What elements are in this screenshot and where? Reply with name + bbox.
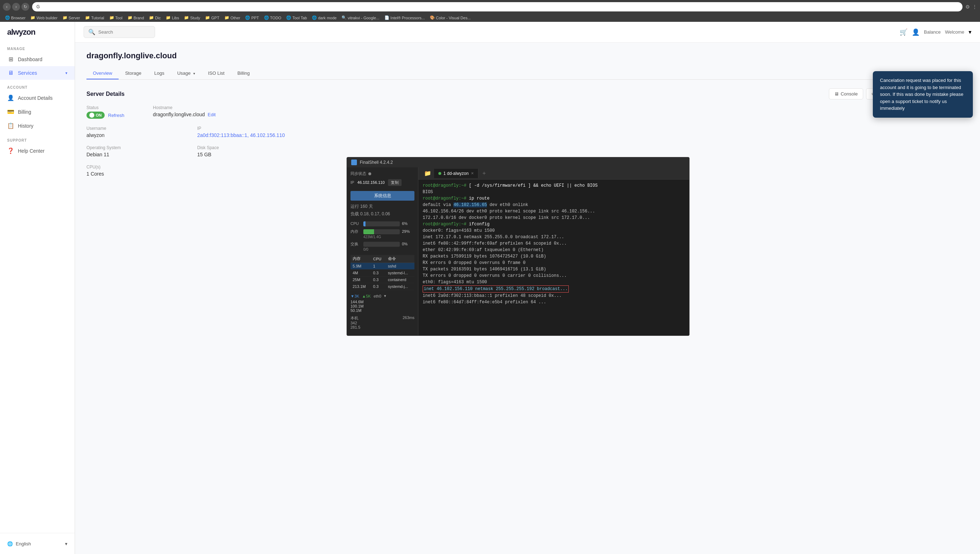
bookmark-gpt[interactable]: 📁 GPT (203, 15, 221, 21)
server-details-title: Server Details (86, 91, 125, 97)
tab-active-dot (438, 172, 441, 175)
uptime-field: 运行 160 天 (350, 203, 414, 209)
reload-button[interactable]: ↻ (21, 3, 29, 11)
terminal-line: docker0: flags=4163 mtu 1500 (423, 227, 685, 234)
dashboard-icon: ⊞ (7, 56, 14, 62)
bookmark-todo[interactable]: 🌐 TODO (262, 15, 284, 21)
server-nav-storage[interactable]: Storage (119, 68, 148, 80)
terminal-line: 172.17.0.0/16 dev docker0 proto kernel s… (423, 215, 685, 221)
sidebar-item-help[interactable]: ❓ Help Center (0, 144, 75, 158)
bookmark-server[interactable]: 📁 Server (60, 15, 82, 21)
net-up: ▲5K (362, 294, 371, 298)
forward-button[interactable]: › (12, 3, 20, 11)
disk-value: 15 GB (197, 152, 301, 157)
bookmark-study[interactable]: 📁 Study (182, 15, 202, 21)
fs-folder-icon[interactable]: 📁 (421, 168, 434, 178)
refresh-button[interactable]: Refresh (108, 113, 125, 118)
search-box[interactable]: 🔍 (84, 26, 155, 38)
tab-label: 1 dd-alwyzon (443, 171, 469, 176)
language-selector[interactable]: 🌐 English ▾ (0, 538, 75, 550)
bookmark-ppt[interactable]: 🌐 PPT (243, 15, 261, 21)
finalshell-window[interactable]: FinalShell 4.2.4.2 同步状态 IP 46.102.156 (347, 157, 689, 336)
logo-text: alwyzon (7, 27, 35, 37)
terminal-line: inet6 fe80::64d7:84ff:fe4e:e5b4 prefixle… (423, 299, 685, 305)
sidebar-item-dashboard[interactable]: ⊞ Dashboard (0, 52, 75, 66)
bookmark-tooltab[interactable]: 🌐 Tool Tab (284, 15, 309, 21)
user-icon[interactable]: 👤 (912, 28, 920, 36)
ip-field: IP 2a0d:f302:113:bbaa::1, 46.102.156.110 (197, 126, 301, 138)
terminal-line: BIOS (423, 189, 685, 195)
edit-link[interactable]: Edit (208, 112, 215, 117)
sidebar-item-account[interactable]: 👤 Account Details (0, 91, 75, 105)
back-button[interactable]: ‹ (3, 3, 11, 11)
cpus-field: CPU(s) 1 Cores (86, 164, 190, 177)
process-mem: 213.1M (350, 283, 371, 290)
search-input[interactable] (98, 29, 148, 35)
server-page: dragonfly.longlive.cloud Overview Storag… (75, 43, 980, 185)
bookmark-libs[interactable]: 📁 Libs (164, 15, 181, 21)
bookmark-other[interactable]: 📁 Other (222, 15, 243, 21)
process-mem: 4M (350, 270, 371, 276)
bookmark-intel[interactable]: 📄 Intel® Processors... (382, 15, 427, 21)
net-chevron-icon[interactable]: ▾ (384, 294, 386, 298)
bookmark-dic[interactable]: 📁 Dic (147, 15, 163, 21)
sync-indicator (368, 172, 371, 175)
header-chevron-icon[interactable]: ▾ (969, 29, 971, 35)
address-bar[interactable] (32, 2, 963, 11)
server-nav-billing[interactable]: Billing (231, 68, 256, 80)
table-row: 5.9M1sshd (350, 263, 414, 270)
sidebar-item-billing[interactable]: 💳 Billing (0, 105, 75, 119)
terminal-line: inet 172.17.0.1 netmask 255.255.0.0 broa… (423, 234, 685, 240)
chevron-icon: ▾ (65, 71, 67, 75)
server-nav-overview[interactable]: Overview (86, 68, 119, 80)
fs-tab-active[interactable]: 1 dd-alwyzon ✕ (434, 169, 478, 178)
terminal-line: TX errors 0 dropped 0 overruns 0 carrier… (423, 273, 685, 279)
ping-stats: 本机 263ms 342 281.5 (350, 315, 414, 329)
bookmark-browser[interactable]: 🌐 Browser (3, 15, 27, 21)
tab-close-icon[interactable]: ✕ (471, 171, 474, 175)
sysinfo-button[interactable]: 系统信息 (350, 191, 414, 201)
billing-icon: 💳 (7, 109, 14, 115)
console-button[interactable]: 🖥 Console (829, 88, 863, 99)
username-field: Username alwyzon (86, 126, 190, 138)
terminal-line: eth0: flags=4163 mtu 1500 (423, 279, 685, 286)
hostname-label: Hostname (153, 105, 216, 110)
process-table-container: 内存 CPU 命令 5.9M1sshd4M0.3systemd-l...25M0… (350, 255, 414, 290)
sidebar-item-services[interactable]: 🖥 Services ▾ (0, 66, 75, 80)
extensions-icon[interactable]: ⚙ (965, 4, 970, 10)
sidebar-label-billing: Billing (18, 109, 31, 115)
status-toggle[interactable]: ON (86, 112, 105, 119)
ping3: 281.5 (350, 325, 414, 329)
process-cpu: 0.3 (371, 283, 385, 290)
bookmark-tutorial[interactable]: 📁 Tutorial (83, 15, 106, 21)
mem-stat-label: 内存 (350, 229, 361, 234)
mem-detail: 423M/1.4G (363, 235, 414, 239)
process-cpu: 0.3 (371, 276, 385, 283)
bookmark-webbuilder[interactable]: 📁 Web builder (28, 15, 60, 21)
bookmark-tool[interactable]: 📁 Tool (107, 15, 125, 21)
status-field: Status ON Refresh (86, 105, 124, 119)
fs-tabs: 📁 1 dd-alwyzon ✕ ＋ (418, 168, 689, 180)
server-nav-usage[interactable]: Usage ▾ (171, 68, 202, 80)
os-label: Operating System (86, 145, 190, 150)
copy-ip-button[interactable]: 复制 (388, 179, 402, 186)
hostname-value: dragonfly.longlive.cloud (153, 112, 205, 117)
server-nav-isolist[interactable]: ISO List (202, 68, 231, 80)
cart-icon[interactable]: 🛒 (900, 28, 907, 36)
terminal-line: root@dragonfly:~# [ -d /sys/firmware/efi… (423, 182, 685, 189)
tab-add-button[interactable]: ＋ (478, 168, 490, 179)
sidebar-label-services: Services (18, 70, 37, 76)
browser-nav-buttons: ‹ › ↻ (3, 3, 29, 11)
bookmark-brand[interactable]: 📁 Brand (126, 15, 146, 21)
menu-icon[interactable]: ⋮ (972, 4, 977, 10)
server-nav-logs[interactable]: Logs (148, 68, 171, 80)
bookmark-vitrakvi[interactable]: 🔍 vitrakvi - Google... (339, 15, 382, 21)
terminal-output[interactable]: root@dragonfly:~# [ -d /sys/firmware/efi… (418, 180, 689, 335)
bookmarks-bar: 🌐 Browser 📁 Web builder 📁 Server 📁 Tutor… (0, 14, 980, 22)
bookmark-darkmode[interactable]: 🌐 dark mode (310, 15, 339, 21)
terminal-line: ether 02:42:99:fe:69:af txqueuelen 0 (Et… (423, 247, 685, 253)
sidebar-item-history[interactable]: 📋 History (0, 119, 75, 133)
process-name: systemd-j... (386, 283, 414, 290)
bookmark-color[interactable]: 🎨 Color - Visual Des... (428, 15, 473, 21)
sidebar-logo: alwyzon (0, 27, 75, 44)
